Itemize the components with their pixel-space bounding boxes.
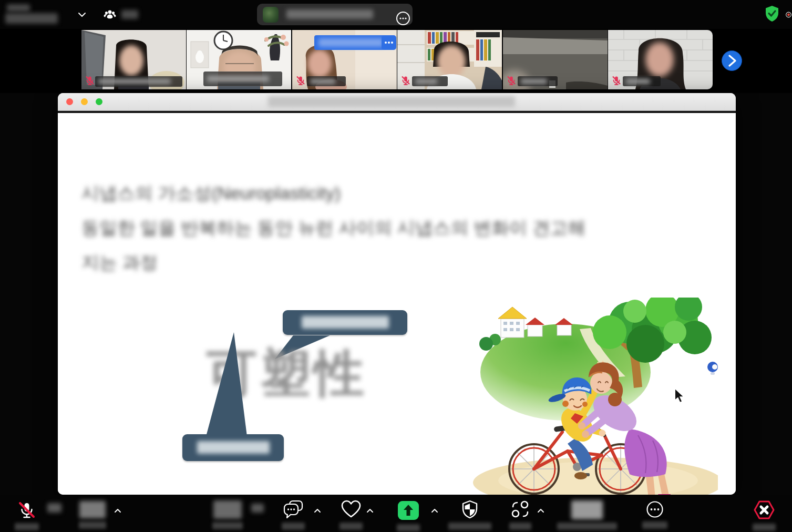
redacted-mic-badge bbox=[47, 503, 61, 513]
participant-name-tag bbox=[518, 76, 558, 86]
participant-video-6[interactable] bbox=[608, 30, 713, 89]
zoom-meeting-screen: 시냅스의 가소성(Neuroplasticity) 동일한 일을 반복하는 동안… bbox=[0, 0, 792, 532]
chat-menu-chevron-icon[interactable] bbox=[313, 508, 322, 514]
redacted-label bbox=[282, 523, 305, 530]
participant-name-tag bbox=[307, 76, 346, 86]
banner-more-button[interactable] bbox=[382, 35, 396, 50]
participant-name-tag bbox=[203, 71, 282, 86]
shield-check-icon[interactable] bbox=[764, 5, 780, 23]
minimize-button[interactable] bbox=[81, 98, 88, 105]
redacted-meeting-title bbox=[286, 9, 373, 19]
redacted-label bbox=[448, 523, 491, 530]
participant-filmstrip bbox=[0, 29, 792, 93]
reactions-menu-chevron-icon[interactable] bbox=[366, 508, 374, 514]
redacted-window-title bbox=[268, 96, 515, 107]
participant-video-3[interactable] bbox=[292, 30, 397, 89]
share-screen-button[interactable] bbox=[397, 500, 420, 531]
redacted-label bbox=[397, 524, 420, 531]
apps-button[interactable] bbox=[509, 499, 531, 530]
record-dot-icon bbox=[785, 8, 792, 21]
redacted-label bbox=[79, 521, 106, 529]
participant-video-2-active-speaker[interactable] bbox=[187, 30, 291, 89]
participants-button[interactable] bbox=[212, 500, 243, 529]
muted-mic-icon bbox=[400, 75, 411, 86]
reactions-button[interactable] bbox=[340, 499, 363, 530]
apps-menu-chevron-icon[interactable] bbox=[537, 508, 545, 514]
redacted-app-text bbox=[7, 4, 30, 12]
redacted-label bbox=[509, 523, 531, 530]
redacted-label bbox=[212, 522, 243, 529]
leave-meeting-button[interactable] bbox=[753, 499, 776, 531]
mute-button[interactable] bbox=[15, 501, 39, 530]
muted-mic-icon bbox=[295, 75, 306, 86]
share-menu-chevron-icon[interactable] bbox=[430, 508, 439, 514]
redacted-label bbox=[753, 524, 776, 531]
meeting-title-pill[interactable] bbox=[257, 4, 413, 25]
participant-name-tag bbox=[412, 76, 448, 86]
speech-bubble-bottom-tail bbox=[189, 331, 252, 436]
shield-checker-icon bbox=[460, 499, 480, 519]
participant-banner bbox=[314, 35, 388, 50]
more-button[interactable] bbox=[642, 500, 667, 529]
close-button[interactable] bbox=[66, 98, 73, 105]
chevron-down-icon[interactable] bbox=[77, 11, 87, 18]
floating-marker-icon[interactable] bbox=[707, 360, 720, 375]
feature-icon-blurred bbox=[571, 500, 603, 519]
redacted-participants-count bbox=[251, 504, 264, 513]
apps-icon bbox=[510, 499, 531, 519]
ellipsis-icon[interactable] bbox=[396, 11, 410, 26]
redacted-label bbox=[15, 523, 39, 530]
participants-icon-blurred bbox=[213, 500, 242, 519]
meeting-avatar bbox=[263, 7, 279, 23]
feature-button[interactable] bbox=[557, 500, 617, 530]
share-up-arrow-icon bbox=[397, 500, 420, 521]
muted-mic-icon bbox=[506, 75, 517, 86]
top-bar bbox=[0, 0, 792, 29]
slide-heading: 시냅스의 가소성(Neuroplasticity) bbox=[81, 181, 341, 206]
meeting-toolbar bbox=[0, 495, 792, 532]
participant-name-tag bbox=[95, 76, 182, 87]
redacted-label bbox=[340, 523, 363, 530]
leave-hexagon-x-icon bbox=[753, 499, 776, 520]
fullscreen-button[interactable] bbox=[96, 98, 102, 105]
redacted-label bbox=[642, 521, 667, 529]
video-icon-blurred bbox=[79, 501, 106, 518]
presentation-slide: 시냅스의 가소성(Neuroplasticity) 동일한 일을 반복하는 동안… bbox=[58, 113, 736, 495]
security-button[interactable] bbox=[448, 499, 491, 530]
redacted-label bbox=[557, 523, 617, 530]
slide-body-line2: 지는 과정 bbox=[81, 251, 158, 275]
muted-mic-icon bbox=[85, 75, 95, 86]
window-title-bar[interactable] bbox=[58, 93, 736, 111]
speech-bubble-top bbox=[283, 310, 407, 335]
next-participants-button[interactable] bbox=[721, 50, 743, 71]
video-button[interactable] bbox=[79, 501, 106, 529]
video-menu-chevron-icon[interactable] bbox=[114, 508, 122, 514]
chat-button[interactable] bbox=[282, 499, 305, 530]
heart-icon bbox=[340, 499, 362, 519]
muted-mic-icon bbox=[611, 75, 622, 86]
redacted-app-text bbox=[5, 13, 58, 24]
shared-presentation-window[interactable]: 시냅스의 가소성(Neuroplasticity) 동일한 일을 반복하는 동안… bbox=[58, 93, 736, 495]
mouse-cursor bbox=[674, 388, 686, 403]
participant-video-4[interactable] bbox=[397, 30, 502, 89]
people-icon[interactable] bbox=[103, 8, 117, 22]
chat-bubbles-icon bbox=[283, 499, 304, 519]
participant-video-5[interactable] bbox=[503, 30, 608, 89]
mic-muted-icon bbox=[17, 501, 36, 520]
participant-name-tag bbox=[623, 76, 661, 86]
slide-body-line1: 동일한 일을 반복하는 동안 뉴런 사이의 시냅스의 변화이 견고해 bbox=[81, 216, 586, 240]
participant-video-1[interactable] bbox=[81, 30, 186, 89]
redacted-participant-count bbox=[121, 10, 138, 19]
ellipsis-circle-icon bbox=[646, 500, 664, 518]
speech-bubble-bottom bbox=[182, 434, 284, 461]
